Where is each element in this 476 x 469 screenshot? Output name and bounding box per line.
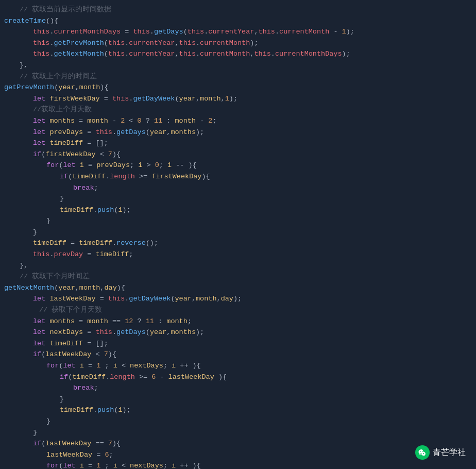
code-line: } bbox=[0, 227, 476, 238]
code-line: getPrevMonth(year,month){ bbox=[0, 82, 476, 93]
wechat-icon bbox=[415, 445, 430, 460]
code-line: if(lastWeekDay < 7){ bbox=[0, 349, 476, 360]
watermark: 青芒学社 bbox=[415, 445, 466, 460]
code-line: } bbox=[0, 416, 476, 427]
code-line: break; bbox=[0, 182, 476, 194]
code-line: let firstWeekDay = this.getDayWeek(year,… bbox=[0, 93, 476, 105]
code-line: this.prevDay = timeDiff; bbox=[0, 249, 476, 260]
code-line: if(firstWeekDay < 7){ bbox=[0, 149, 476, 160]
code-line: // 获取上个月的时间差 bbox=[0, 71, 476, 82]
code-line: createTime(){ bbox=[0, 15, 476, 27]
code-block: // 获取当前显示的时间数据 createTime(){ this.curren… bbox=[0, 0, 476, 469]
code-line: lastWeekDay = 6; bbox=[0, 449, 476, 461]
code-line: //获取上个月天数 bbox=[0, 104, 476, 115]
code-line: // 获取下个月天数 bbox=[0, 305, 476, 316]
code-line: for(let i = 1 ; i < nextDays; i ++ ){ bbox=[0, 460, 476, 469]
code-line: if(timeDiff.length >= firstWeekDay){ bbox=[0, 171, 476, 182]
code-line: for(let i = 1 ; i < nextDays; i ++ ){ bbox=[0, 360, 476, 372]
code-line: } bbox=[0, 427, 476, 439]
code-line: let timeDiff = []; bbox=[0, 338, 476, 349]
code-line: if(timeDiff.length >= 6 - lastWeekDay ){ bbox=[0, 372, 476, 383]
code-line: getNextMonth(year,month,day){ bbox=[0, 282, 476, 294]
code-line: } bbox=[0, 193, 476, 205]
code-line: // 获取下个月时间差 bbox=[0, 271, 476, 282]
code-line: let months = month == 12 ? 11 : month; bbox=[0, 316, 476, 327]
code-line: let nextDays = this.getDays(year,months)… bbox=[0, 327, 476, 338]
code-line: timeDiff.push(i); bbox=[0, 205, 476, 216]
code-line: this.getPrevMonth(this.currentYear,this.… bbox=[0, 38, 476, 49]
code-line: let months = month - 2 < 0 ? 11 : month … bbox=[0, 115, 476, 127]
code-line: }, bbox=[0, 260, 476, 272]
code-line: let timeDiff = []; bbox=[0, 138, 476, 149]
code-line: // 获取当前显示的时间数据 bbox=[0, 4, 476, 15]
code-line: for(let i = prevDays; i > 0; i -- ){ bbox=[0, 160, 476, 171]
code-line: this.getNextMonth(this.currentYear,this.… bbox=[0, 48, 476, 60]
code-line: } bbox=[0, 215, 476, 227]
code-line: this.currentMonthDays = this.getDays(thi… bbox=[0, 26, 476, 38]
code-line: let lastWeekDay = this.getDayWeek(year,m… bbox=[0, 293, 476, 305]
code-line: if(lastWeekDay == 7){ bbox=[0, 438, 476, 449]
code-line: let prevDays = this.getDays(year,months)… bbox=[0, 127, 476, 138]
watermark-text: 青芒学社 bbox=[433, 447, 466, 458]
code-line: timeDiff = timeDiff.reverse(); bbox=[0, 238, 476, 249]
code-line: }, bbox=[0, 60, 476, 71]
code-line: break; bbox=[0, 382, 476, 394]
code-line: timeDiff.push(i); bbox=[0, 405, 476, 416]
code-line: } bbox=[0, 394, 476, 405]
